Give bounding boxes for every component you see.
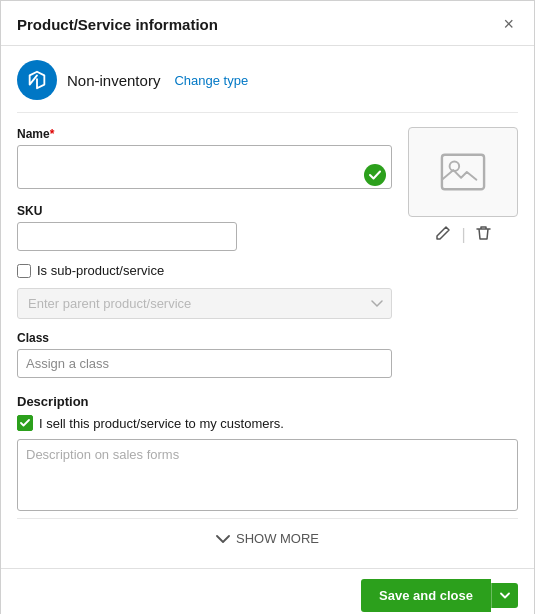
- form-left: Name* SKU: [17, 127, 392, 390]
- image-action-divider: |: [461, 226, 465, 244]
- form-content: Name* SKU: [17, 127, 518, 390]
- sku-input[interactable]: [17, 222, 237, 251]
- class-select[interactable]: Assign a class: [17, 349, 392, 378]
- dialog-body: Non-inventory Change type Name*: [1, 46, 534, 568]
- name-input-wrapper: [17, 145, 392, 192]
- product-type-icon: [17, 60, 57, 100]
- sell-checkbox-label: I sell this product/service to my custom…: [39, 416, 284, 431]
- description-textarea[interactable]: [17, 439, 518, 511]
- name-input[interactable]: [17, 145, 392, 189]
- box-icon: [26, 69, 48, 91]
- image-placeholder: [408, 127, 518, 217]
- product-type-label: Non-inventory: [67, 72, 160, 89]
- show-more-chevron-icon: [216, 534, 230, 544]
- sku-field-group: SKU: [17, 204, 392, 251]
- edit-image-button[interactable]: [433, 223, 453, 246]
- sub-product-checkbox[interactable]: [17, 264, 31, 278]
- parent-product-select: Enter parent product/service: [17, 288, 392, 319]
- check-icon: [369, 169, 381, 181]
- type-row: Non-inventory Change type: [17, 60, 518, 113]
- product-service-dialog: Product/Service information × Non-invent…: [0, 0, 535, 614]
- sub-product-label: Is sub-product/service: [37, 263, 164, 278]
- close-button[interactable]: ×: [499, 13, 518, 35]
- description-section-label: Description: [17, 394, 518, 409]
- save-close-chevron-icon: [500, 592, 510, 599]
- class-field-group: Class Assign a class: [17, 331, 392, 378]
- parent-product-group: Enter parent product/service: [17, 288, 392, 319]
- show-more-row[interactable]: SHOW MORE: [17, 518, 518, 554]
- description-section: Description I sell this product/service …: [17, 394, 518, 514]
- dialog-footer: Save and close: [1, 568, 534, 614]
- name-label: Name*: [17, 127, 392, 141]
- svg-point-1: [450, 161, 460, 171]
- trash-icon: [476, 225, 491, 241]
- save-close-button[interactable]: Save and close: [361, 579, 491, 612]
- sku-label: SKU: [17, 204, 392, 218]
- pencil-icon: [435, 225, 451, 241]
- sell-checkbox[interactable]: [17, 415, 33, 431]
- image-icon: [440, 149, 486, 195]
- name-check-icon: [364, 164, 386, 186]
- save-close-dropdown-button[interactable]: [491, 583, 518, 608]
- class-label: Class: [17, 331, 392, 345]
- image-actions: |: [408, 223, 518, 246]
- sell-check-icon: [20, 418, 30, 428]
- sub-product-row: Is sub-product/service: [17, 263, 392, 278]
- show-more-label: SHOW MORE: [236, 531, 319, 546]
- name-field-group: Name*: [17, 127, 392, 192]
- dialog-header: Product/Service information ×: [1, 1, 534, 46]
- form-right: |: [408, 127, 518, 390]
- svg-rect-0: [442, 155, 484, 190]
- change-type-link[interactable]: Change type: [174, 73, 248, 88]
- dialog-title: Product/Service information: [17, 16, 218, 33]
- sell-checkbox-row: I sell this product/service to my custom…: [17, 415, 518, 431]
- delete-image-button[interactable]: [474, 223, 493, 246]
